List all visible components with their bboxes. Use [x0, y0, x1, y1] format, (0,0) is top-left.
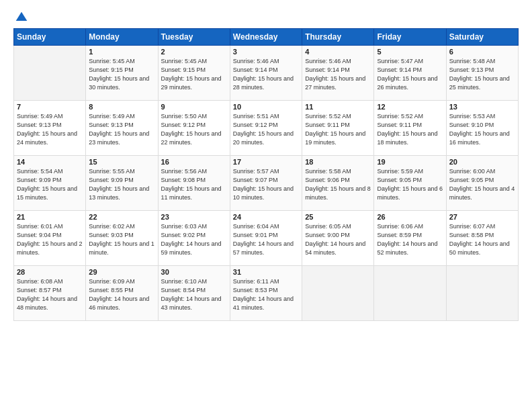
day-info: Sunrise: 5:51 AMSunset: 9:12 PMDaylight:… — [233, 112, 299, 147]
day-number: 5 — [377, 48, 443, 56]
day-number: 7 — [17, 103, 83, 111]
calendar-day-cell: 26Sunrise: 6:06 AMSunset: 8:59 PMDayligh… — [374, 211, 446, 266]
calendar-day-cell: 24Sunrise: 6:04 AMSunset: 9:01 PMDayligh… — [230, 211, 302, 266]
day-number: 8 — [89, 103, 154, 111]
day-number: 11 — [305, 103, 371, 111]
calendar-day-header: Tuesday — [158, 29, 230, 46]
day-number: 2 — [161, 48, 227, 56]
calendar-day-cell — [374, 266, 446, 321]
day-info: Sunrise: 5:58 AMSunset: 9:06 PMDaylight:… — [305, 167, 371, 202]
calendar-day-cell — [302, 266, 374, 321]
day-number: 27 — [449, 213, 515, 221]
calendar-day-header: Monday — [86, 29, 158, 46]
logo-icon — [15, 11, 28, 24]
day-number: 25 — [305, 213, 371, 221]
calendar-day-cell: 16Sunrise: 5:56 AMSunset: 9:08 PMDayligh… — [158, 156, 230, 211]
day-number: 13 — [449, 103, 515, 111]
calendar-day-cell: 31Sunrise: 6:11 AMSunset: 8:53 PMDayligh… — [230, 266, 302, 321]
calendar-day-cell: 29Sunrise: 6:09 AMSunset: 8:55 PMDayligh… — [86, 266, 158, 321]
calendar-day-header: Saturday — [446, 29, 518, 46]
calendar-day-cell: 19Sunrise: 5:59 AMSunset: 9:05 PMDayligh… — [374, 156, 446, 211]
calendar-day-cell: 25Sunrise: 6:05 AMSunset: 9:00 PMDayligh… — [302, 211, 374, 266]
calendar-day-cell: 28Sunrise: 6:08 AMSunset: 8:57 PMDayligh… — [14, 266, 86, 321]
calendar-day-header: Thursday — [302, 29, 374, 46]
calendar-week-row: 7Sunrise: 5:49 AMSunset: 9:13 PMDaylight… — [14, 101, 519, 156]
svg-marker-0 — [16, 12, 28, 21]
day-info: Sunrise: 5:46 AMSunset: 9:14 PMDaylight:… — [305, 57, 371, 92]
logo — [13, 11, 28, 21]
day-info: Sunrise: 5:52 AMSunset: 9:11 PMDaylight:… — [305, 112, 371, 147]
day-info: Sunrise: 5:45 AMSunset: 9:15 PMDaylight:… — [161, 57, 227, 92]
calendar-day-cell: 6Sunrise: 5:48 AMSunset: 9:13 PMDaylight… — [446, 46, 518, 101]
calendar-table: SundayMondayTuesdayWednesdayThursdayFrid… — [13, 28, 519, 321]
day-number: 19 — [377, 158, 443, 166]
day-number: 16 — [161, 158, 227, 166]
day-info: Sunrise: 5:52 AMSunset: 9:11 PMDaylight:… — [377, 112, 443, 147]
day-info: Sunrise: 5:50 AMSunset: 9:12 PMDaylight:… — [161, 112, 227, 147]
day-number: 17 — [233, 158, 299, 166]
day-info: Sunrise: 5:55 AMSunset: 9:09 PMDaylight:… — [89, 167, 154, 202]
page: SundayMondayTuesdayWednesdayThursdayFrid… — [0, 0, 532, 411]
day-info: Sunrise: 5:45 AMSunset: 9:15 PMDaylight:… — [89, 57, 154, 92]
calendar-day-cell: 1Sunrise: 5:45 AMSunset: 9:15 PMDaylight… — [86, 46, 158, 101]
calendar-day-header: Friday — [374, 29, 446, 46]
day-number: 28 — [17, 268, 83, 276]
day-number: 3 — [233, 48, 299, 56]
calendar-day-cell: 30Sunrise: 6:10 AMSunset: 8:54 PMDayligh… — [158, 266, 230, 321]
day-number: 4 — [305, 48, 371, 56]
calendar-day-cell: 17Sunrise: 5:57 AMSunset: 9:07 PMDayligh… — [230, 156, 302, 211]
calendar-header-row: SundayMondayTuesdayWednesdayThursdayFrid… — [14, 29, 519, 46]
day-info: Sunrise: 5:53 AMSunset: 9:10 PMDaylight:… — [449, 112, 515, 147]
calendar-day-cell — [446, 266, 518, 321]
calendar-day-cell: 3Sunrise: 5:46 AMSunset: 9:14 PMDaylight… — [230, 46, 302, 101]
day-number: 6 — [449, 48, 515, 56]
calendar-day-cell — [14, 46, 86, 101]
calendar-day-cell: 11Sunrise: 5:52 AMSunset: 9:11 PMDayligh… — [302, 101, 374, 156]
day-info: Sunrise: 6:10 AMSunset: 8:54 PMDaylight:… — [161, 277, 227, 312]
day-info: Sunrise: 5:46 AMSunset: 9:14 PMDaylight:… — [233, 57, 299, 92]
day-info: Sunrise: 6:06 AMSunset: 8:59 PMDaylight:… — [377, 222, 443, 257]
calendar-day-header: Wednesday — [230, 29, 302, 46]
day-number: 24 — [233, 213, 299, 221]
day-info: Sunrise: 5:48 AMSunset: 9:13 PMDaylight:… — [449, 57, 515, 92]
day-number: 20 — [449, 158, 515, 166]
calendar-day-cell: 4Sunrise: 5:46 AMSunset: 9:14 PMDaylight… — [302, 46, 374, 101]
calendar-week-row: 21Sunrise: 6:01 AMSunset: 9:04 PMDayligh… — [14, 211, 519, 266]
day-info: Sunrise: 6:04 AMSunset: 9:01 PMDaylight:… — [233, 222, 299, 257]
calendar-day-cell: 9Sunrise: 5:50 AMSunset: 9:12 PMDaylight… — [158, 101, 230, 156]
calendar-day-cell: 15Sunrise: 5:55 AMSunset: 9:09 PMDayligh… — [86, 156, 158, 211]
day-info: Sunrise: 5:49 AMSunset: 9:13 PMDaylight:… — [17, 112, 83, 147]
calendar-week-row: 28Sunrise: 6:08 AMSunset: 8:57 PMDayligh… — [14, 266, 519, 321]
calendar-day-cell: 23Sunrise: 6:03 AMSunset: 9:02 PMDayligh… — [158, 211, 230, 266]
day-info: Sunrise: 6:02 AMSunset: 9:03 PMDaylight:… — [89, 222, 154, 257]
day-number: 23 — [161, 213, 227, 221]
day-number: 30 — [161, 268, 227, 276]
day-number: 1 — [89, 48, 154, 56]
calendar-day-cell: 22Sunrise: 6:02 AMSunset: 9:03 PMDayligh… — [86, 211, 158, 266]
day-info: Sunrise: 6:08 AMSunset: 8:57 PMDaylight:… — [17, 277, 83, 312]
day-number: 12 — [377, 103, 443, 111]
calendar-day-cell: 13Sunrise: 5:53 AMSunset: 9:10 PMDayligh… — [446, 101, 518, 156]
day-number: 29 — [89, 268, 154, 276]
day-number: 15 — [89, 158, 154, 166]
day-number: 31 — [233, 268, 299, 276]
calendar-day-cell: 5Sunrise: 5:47 AMSunset: 9:14 PMDaylight… — [374, 46, 446, 101]
day-info: Sunrise: 6:09 AMSunset: 8:55 PMDaylight:… — [89, 277, 154, 312]
header — [13, 11, 519, 21]
calendar-day-cell: 14Sunrise: 5:54 AMSunset: 9:09 PMDayligh… — [14, 156, 86, 211]
calendar-day-cell: 27Sunrise: 6:07 AMSunset: 8:58 PMDayligh… — [446, 211, 518, 266]
day-number: 10 — [233, 103, 299, 111]
calendar-day-cell: 10Sunrise: 5:51 AMSunset: 9:12 PMDayligh… — [230, 101, 302, 156]
calendar-day-cell: 8Sunrise: 5:49 AMSunset: 9:13 PMDaylight… — [86, 101, 158, 156]
calendar-day-cell: 2Sunrise: 5:45 AMSunset: 9:15 PMDaylight… — [158, 46, 230, 101]
day-number: 22 — [89, 213, 154, 221]
calendar-day-header: Sunday — [14, 29, 86, 46]
day-number: 26 — [377, 213, 443, 221]
day-number: 9 — [161, 103, 227, 111]
calendar-day-cell: 21Sunrise: 6:01 AMSunset: 9:04 PMDayligh… — [14, 211, 86, 266]
calendar-day-cell: 12Sunrise: 5:52 AMSunset: 9:11 PMDayligh… — [374, 101, 446, 156]
calendar-day-cell: 18Sunrise: 5:58 AMSunset: 9:06 PMDayligh… — [302, 156, 374, 211]
calendar-day-cell: 20Sunrise: 6:00 AMSunset: 9:05 PMDayligh… — [446, 156, 518, 211]
day-number: 14 — [17, 158, 83, 166]
calendar-week-row: 1Sunrise: 5:45 AMSunset: 9:15 PMDaylight… — [14, 46, 519, 101]
